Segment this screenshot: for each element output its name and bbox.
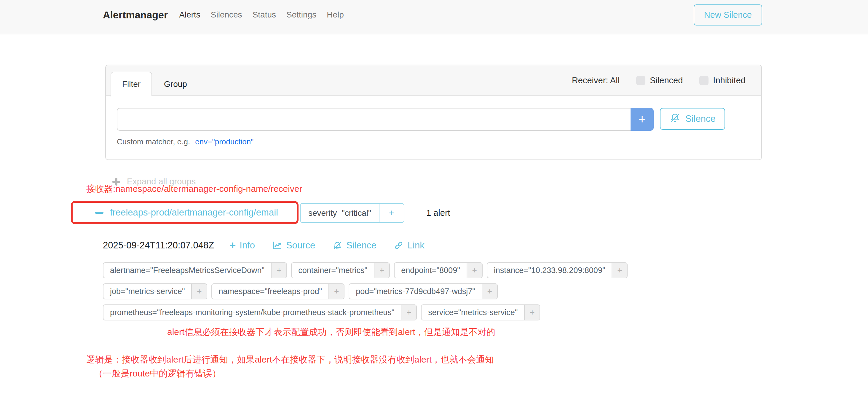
alert-group-name[interactable]: freeleaps-prod/alertmanager-config/email	[110, 207, 278, 218]
inhibited-toggle[interactable]: Inhibited	[699, 75, 746, 85]
app-brand[interactable]: Alertmanager	[103, 9, 168, 21]
matcher-input[interactable]	[117, 108, 630, 131]
annotation-logic-note-line1: 逻辑是：接收器收到alert后进行通知，如果alert不在接收器下，说明接收器没…	[86, 354, 494, 366]
bell-slash-icon	[670, 112, 681, 126]
label-add-filter-button[interactable]: +	[191, 284, 207, 299]
alert-info-label: Info	[240, 240, 255, 251]
inhibited-label: Inhibited	[713, 75, 746, 85]
alert-source-link[interactable]: Source	[272, 240, 315, 251]
label-text: namespace="freeleaps-prod"	[212, 284, 329, 299]
label-text: job="metrics-service"	[103, 284, 191, 299]
bell-slash-icon	[332, 240, 342, 250]
alert-silence-button[interactable]: Silence	[332, 240, 376, 251]
alert-silence-label: Silence	[346, 240, 376, 251]
silenced-checkbox[interactable]	[636, 76, 645, 85]
chain-link-icon	[394, 240, 404, 250]
group-matcher-text: severity="critical"	[301, 204, 379, 222]
tab-group[interactable]: Group	[156, 72, 195, 97]
silence-filter-label: Silence	[685, 114, 716, 124]
alert-link-label: Link	[408, 240, 425, 251]
alert-link-button[interactable]: Link	[394, 240, 425, 251]
label-tag-service: service="metrics-service" +	[421, 304, 540, 320]
label-text: pod="metrics-77d9cdb497-wdsj7"	[349, 284, 482, 299]
matcher-row: + Silence	[117, 108, 750, 131]
label-add-filter-button[interactable]: +	[612, 263, 627, 278]
silenced-label: Silenced	[650, 75, 683, 85]
alert-timestamp: 2025-09-24T11:20:07.048Z	[103, 240, 214, 251]
matcher-hint-example-link[interactable]: env="production"	[195, 137, 253, 146]
tab-filter[interactable]: Filter	[111, 72, 152, 97]
nav-links: Alerts Silences Status Settings Help	[179, 10, 344, 20]
group-matcher-tag: severity="critical" +	[300, 203, 404, 223]
label-add-filter-button[interactable]: +	[482, 284, 497, 299]
label-text: prometheus="freeleaps-monitoring-system/…	[103, 305, 401, 320]
annotation-alert-note: alert信息必须在接收器下才表示配置成功，否则即使能看到alert，但是通知是…	[167, 326, 495, 338]
filter-panel-body: + Silence Custom matcher, e.g. env="prod…	[106, 96, 761, 147]
new-silence-button[interactable]: New Silence	[694, 4, 762, 26]
annotation-logic-note-line2: （一般是route中的逻辑有错误）	[94, 368, 221, 380]
label-tag-namespace: namespace="freeleaps-prod" +	[211, 283, 344, 299]
group-matcher-add-button[interactable]: +	[379, 204, 404, 222]
label-text: instance="10.233.98.209:8009"	[487, 263, 612, 278]
label-text: container="metrics"	[292, 263, 374, 278]
plus-icon: +	[229, 240, 236, 251]
navbar: Alertmanager Alerts Silences Status Sett…	[0, 0, 868, 34]
inhibited-checkbox[interactable]	[699, 76, 709, 85]
label-row: prometheus="freeleaps-monitoring-system/…	[103, 304, 627, 320]
alert-group-header[interactable]: freeleaps-prod/alertmanager-config/email	[71, 201, 299, 224]
alert-count: 1 alert	[426, 208, 450, 218]
label-tag-pod: pod="metrics-77d9cdb497-wdsj7" +	[349, 283, 498, 299]
alert-source-label: Source	[286, 240, 315, 251]
label-tag-prometheus: prometheus="freeleaps-monitoring-system/…	[103, 304, 417, 320]
nav-item-status[interactable]: Status	[253, 10, 276, 20]
label-tag-instance: instance="10.233.98.209:8009" +	[487, 262, 628, 278]
nav-item-silences[interactable]: Silences	[211, 10, 242, 20]
filter-panel: Filter Group Receiver: All Silenced Inhi…	[105, 65, 762, 160]
silence-filter-button[interactable]: Silence	[660, 108, 725, 130]
nav-item-alerts[interactable]: Alerts	[179, 10, 200, 20]
label-row: job="metrics-service" + namespace="freel…	[103, 283, 627, 299]
receiver-selector[interactable]: Receiver: All	[572, 75, 620, 85]
label-add-filter-button[interactable]: +	[467, 263, 482, 278]
label-add-filter-button[interactable]: +	[271, 263, 286, 278]
label-text: endpoint="8009"	[395, 263, 467, 278]
label-tag-job: job="metrics-service" +	[103, 283, 207, 299]
nav-item-settings[interactable]: Settings	[286, 10, 316, 20]
filter-options: Receiver: All Silenced Inhibited	[572, 65, 746, 95]
add-matcher-button[interactable]: +	[630, 108, 654, 131]
label-row: alertname="FreeleapsMetricsServiceDown" …	[103, 262, 627, 278]
alert-info-button[interactable]: + Info	[229, 240, 255, 251]
alert-labels: alertname="FreeleapsMetricsServiceDown" …	[103, 262, 627, 320]
label-add-filter-button[interactable]: +	[329, 284, 344, 299]
label-tag-alertname: alertname="FreeleapsMetricsServiceDown" …	[103, 262, 287, 278]
label-tag-container: container="metrics" +	[291, 262, 390, 278]
label-text: alertname="FreeleapsMetricsServiceDown"	[103, 263, 271, 278]
label-add-filter-button[interactable]: +	[524, 305, 539, 320]
label-tag-endpoint: endpoint="8009" +	[394, 262, 483, 278]
matcher-hint: Custom matcher, e.g. env="production"	[117, 137, 750, 147]
annotation-receiver-note: 接收器:namespace/altermanager-config-name/r…	[86, 183, 302, 195]
filter-panel-header: Filter Group Receiver: All Silenced Inhi…	[106, 65, 761, 96]
label-add-filter-button[interactable]: +	[374, 263, 389, 278]
label-add-filter-button[interactable]: +	[401, 305, 416, 320]
silenced-toggle[interactable]: Silenced	[636, 75, 683, 85]
label-text: service="metrics-service"	[422, 305, 524, 320]
alert-meta-row: 2025-09-24T11:20:07.048Z + Info Source S…	[103, 240, 442, 251]
line-chart-icon	[272, 240, 282, 250]
matcher-hint-text: Custom matcher, e.g.	[117, 137, 190, 146]
nav-item-help[interactable]: Help	[327, 10, 344, 20]
collapse-minus-icon[interactable]	[95, 212, 103, 214]
